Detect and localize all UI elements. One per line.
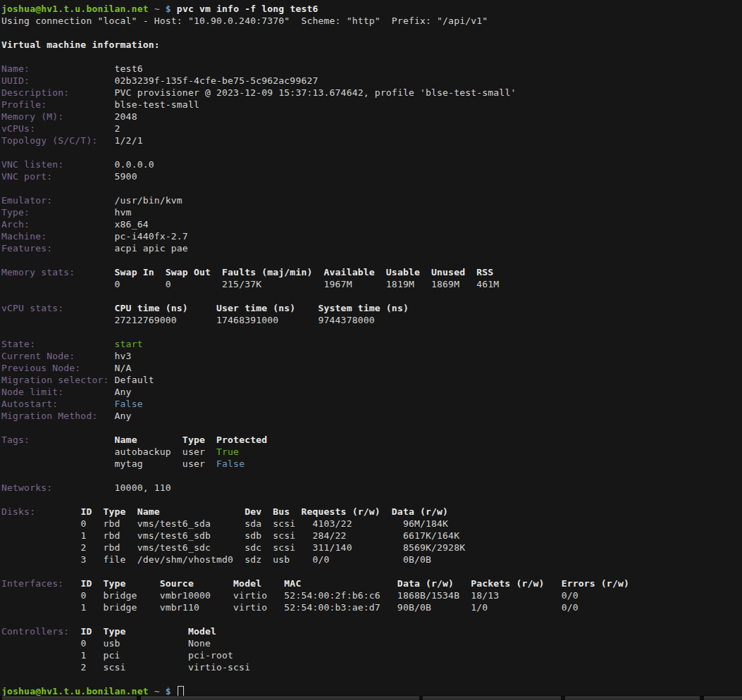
terminal-line: vCPU stats: CPU time (ns) User time (ns)… [1,302,742,314]
field-value: N/A [115,363,132,373]
autostart-value: False [115,399,143,409]
field-label: vCPU stats: [1,303,115,313]
terminal-line: 27212769000 17468391000 9744378000 [1,314,742,326]
terminal-text [1,638,80,649]
terminal-text [1,255,7,265]
taskbar-window-button[interactable] [141,696,419,700]
terminal-text [1,51,7,62]
terminal-text [1,315,115,325]
field-label: UUID: [1,75,115,86]
taskbar [0,696,742,700]
terminal-line: Topology (S/C/T): 1/2/1 [1,135,742,146]
field-value: 1/2/1 [115,135,143,146]
field-label: Description: [1,87,115,98]
terminal-line: Emulator: /usr/bin/kvm [1,194,742,206]
terminal-text [1,518,80,529]
field-label: Migration selector: [1,375,115,385]
terminal-line: Autostart: False [1,398,742,410]
field-value: 10000, 110 [115,482,171,493]
terminal-line: vCPUs: 2 [1,123,742,135]
terminal-text [1,602,80,613]
terminal-line: 0 usb None [1,637,742,649]
terminal-window[interactable]: joshua@hv1.t.u.bonilan.net ~ $ pvc vm in… [0,0,742,696]
terminal-text [160,686,166,696]
terminal-line: Migration selector: Default [1,374,742,386]
terminal-line: Features: acpi apic pae [1,242,742,254]
terminal-line: Node limit: Any [1,386,742,398]
terminal-text [1,183,7,194]
table-header: CPU time (ns) User time (ns) System time… [115,303,409,313]
terminal-line: 0 0 215/37K 1967M 1819M 1869M 461M [1,278,742,290]
vm-state-value: start [115,339,143,349]
terminal-line: Profile: blse-test-small [1,99,742,111]
terminal-text [1,530,80,541]
terminal-cursor[interactable] [178,686,184,696]
field-value: /usr/bin/kvm [115,195,183,206]
prompt-user-host: joshua@hv1.t.u.bonilan.net [1,4,149,14]
terminal-line: 1 rbd vms/test6_sdb sdb scsi 284/22 6617… [1,530,742,542]
table-row: 27212769000 17468391000 9744378000 [115,315,375,325]
terminal-line: 2 rbd vms/test6_sdc sdc scsi 311/140 856… [1,542,742,554]
terminal-line [1,613,742,625]
terminal-text [1,446,115,457]
terminal-line: joshua@hv1.t.u.bonilan.net ~ $ pvc vm in… [1,3,742,15]
table-row: 2 scsi virtio-scsi [80,662,250,673]
taskbar-window-button[interactable] [704,696,742,700]
terminal-line: Migration Method: Any [1,410,742,422]
terminal-text [171,4,177,14]
terminal-line [1,470,742,482]
terminal-text [1,494,7,505]
field-label: VNC listen: [1,159,115,170]
field-label: Features: [1,243,115,254]
terminal-line [1,254,742,266]
taskbar-window-button[interactable] [2,696,137,700]
terminal-text [149,4,154,14]
terminal-line: 3 file /dev/shm/vhostmd0 sdz usb 0/0 0B/… [1,554,742,565]
terminal-line: VNC port: 5900 [1,170,742,182]
field-label: Type: [1,207,115,218]
table-header: ID Type Model [80,626,216,637]
command-text: pvc vm info -f long test6 [177,4,319,14]
terminal-text [1,423,7,433]
terminal-line: mytag user False [1,458,742,470]
terminal-line: 0 bridge vmbr10000 virtio 52:54:00:2f:b6… [1,589,742,601]
terminal-text [1,674,7,685]
terminal-line: Interfaces: ID Type Source Model MAC Dat… [1,577,742,589]
field-label: Tags: [1,435,115,445]
terminal-line: State: start [1,338,742,350]
field-value: Any [115,411,132,421]
table-row: autobackup user [115,446,216,457]
table-row: 0 bridge vmbr10000 virtio 52:54:00:2f:b6… [80,590,578,601]
field-label: State: [1,339,115,349]
terminal-line: Previous Node: N/A [1,362,742,374]
field-value: Default [115,375,154,385]
table-header: Name Type Protected [115,435,268,445]
taskbar-window-button[interactable] [423,696,561,700]
field-label: Topology (S/C/T): [1,135,115,146]
terminal-text [1,279,115,289]
terminal-line: autobackup user True [1,446,742,458]
terminal-line: 0 rbd vms/test6_sda sda scsi 4103/22 96M… [1,518,742,530]
field-label: Current Node: [1,351,115,361]
table-row: 0 0 215/37K 1967M 1819M 1869M 461M [115,279,500,289]
field-value: 0.0.0.0 [115,159,154,170]
terminal-line: UUID: 02b3239f-135f-4cfe-be75-5c962ac996… [1,75,742,87]
field-label: Controllers: [1,626,80,637]
terminal-line [1,494,742,506]
protected-value: True [216,446,239,457]
field-value: PVC provisioner @ 2023-12-09 15:37:13.67… [115,87,517,98]
taskbar-window-button[interactable] [565,696,700,700]
field-label: Migration Method: [1,411,115,421]
terminal-line [1,182,742,194]
field-label: Networks: [1,482,115,493]
terminal-line [1,27,742,39]
terminal-line: 1 pci pci-root [1,649,742,661]
field-label: VNC port: [1,171,115,182]
terminal-line [1,51,742,63]
section-title: Virtual machine information: [1,39,160,50]
terminal-text [1,542,80,553]
terminal-line: Memory (M): 2048 [1,111,742,123]
prompt-cwd: ~ [154,686,160,696]
table-header: ID Type Name Dev Bus Requests (r/w) Data… [80,506,448,517]
table-row: 0 usb None [80,638,211,649]
